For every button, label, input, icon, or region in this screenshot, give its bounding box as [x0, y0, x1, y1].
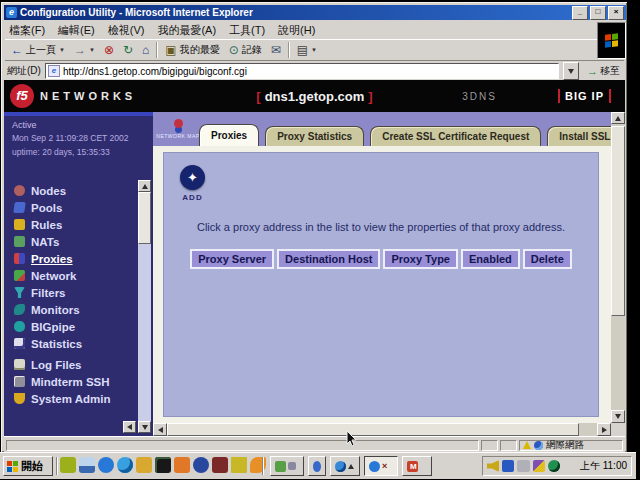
- terminal-icon[interactable]: [155, 457, 171, 473]
- sidebar-item-network[interactable]: Network: [14, 267, 132, 284]
- tab-bar: NETWORK MAP Proxies Proxy Statistics Cre…: [153, 112, 611, 146]
- favorites-label: 我的最愛: [180, 43, 220, 57]
- close-button[interactable]: ×: [608, 6, 624, 20]
- sidebar-item-proxies[interactable]: Proxies: [14, 250, 132, 267]
- product-bigip-label: BIG IP: [558, 89, 611, 103]
- hostname: dns1.getop.com: [261, 89, 369, 104]
- sidebar-item-statistics[interactable]: Statistics: [14, 335, 132, 352]
- quick-launch-icon-10[interactable]: [231, 457, 247, 473]
- tray-icon-5[interactable]: [548, 460, 560, 472]
- mouse-cursor: [346, 430, 358, 448]
- sidebar-item-filters[interactable]: Filters: [14, 284, 132, 301]
- restore-button[interactable]: □: [590, 6, 606, 20]
- column-delete[interactable]: Delete: [523, 249, 572, 269]
- sidebar-scrollbar[interactable]: [138, 180, 151, 426]
- menu-tools[interactable]: 工具(T): [229, 23, 265, 38]
- scrollbar-thumb[interactable]: [611, 126, 625, 316]
- alert-icon: [523, 441, 531, 449]
- address-input[interactable]: e http://dns1.getop.com/bigipgui/bigconf…: [45, 63, 559, 79]
- column-proxy-server[interactable]: Proxy Server: [190, 249, 274, 269]
- scroll-up-button[interactable]: [611, 112, 625, 124]
- quick-launch-icon-7[interactable]: [174, 457, 190, 473]
- content-area: ✦ ADD Click a proxy address in the list …: [153, 146, 611, 423]
- scroll-right-button[interactable]: [597, 423, 611, 436]
- column-enabled[interactable]: Enabled: [461, 249, 520, 269]
- title-bar[interactable]: e Configuration Utility - Microsoft Inte…: [4, 5, 626, 20]
- print-button[interactable]: ▤ ▼: [293, 41, 321, 59]
- stop-button[interactable]: ⊗: [100, 41, 118, 59]
- tab-install-ssl-certificate[interactable]: Install SSL Certificate: [547, 126, 611, 146]
- menu-edit[interactable]: 編輯(E): [58, 23, 95, 38]
- home-button[interactable]: ⌂: [138, 41, 153, 59]
- back-icon: ←: [11, 44, 23, 56]
- tab-create-ssl-certificate-request[interactable]: Create SSL Certificate Request: [370, 126, 541, 146]
- scroll-left-button[interactable]: [153, 423, 167, 436]
- back-dropdown-icon[interactable]: ▼: [59, 47, 65, 53]
- scrollbar-thumb[interactable]: [138, 192, 151, 244]
- sidebar-item-mindterm-ssh[interactable]: Mindterm SSH: [14, 373, 132, 390]
- quick-launch-icon-1[interactable]: [60, 457, 76, 473]
- task-button-ie-active[interactable]: ×: [364, 456, 398, 476]
- forward-dropdown-icon[interactable]: ▼: [89, 47, 95, 53]
- network-map-button[interactable]: NETWORK MAP: [159, 115, 197, 143]
- app-icon: [275, 461, 286, 472]
- menu-view[interactable]: 檢視(V): [108, 23, 145, 38]
- sidebar-item-bigpipe[interactable]: BIGpipe: [14, 318, 132, 335]
- menu-file[interactable]: 檔案(F): [9, 23, 45, 38]
- site-header: f5 NETWORKS [dns1.getop.com] 3DNS BIG IP: [4, 80, 625, 112]
- sidebar-item-pools[interactable]: Pools: [14, 199, 132, 216]
- start-button[interactable]: 開始: [3, 456, 53, 476]
- internet-explorer-icon[interactable]: [117, 457, 133, 473]
- status-panel: [481, 440, 498, 451]
- task-button-3[interactable]: [330, 456, 360, 476]
- task-button-2[interactable]: [308, 456, 326, 476]
- column-destination-host[interactable]: Destination Host: [277, 249, 380, 269]
- internet-zone-icon: [534, 441, 543, 450]
- tray-icon-4[interactable]: [533, 460, 545, 472]
- print-dropdown-icon[interactable]: ▼: [311, 47, 317, 53]
- sidebar-item-nats[interactable]: NATs: [14, 233, 132, 250]
- scroll-down-button[interactable]: [611, 410, 625, 423]
- quick-launch-icon-9[interactable]: [212, 457, 228, 473]
- column-proxy-type[interactable]: Proxy Type: [383, 249, 458, 269]
- show-desktop-icon[interactable]: [79, 457, 95, 473]
- volume-icon[interactable]: [487, 460, 499, 472]
- taskbar: 開始 ×: [0, 452, 636, 479]
- go-button[interactable]: → 移至: [583, 63, 624, 79]
- back-button[interactable]: ← 上一頁 ▼: [7, 41, 69, 59]
- tab-proxies[interactable]: Proxies: [199, 124, 259, 146]
- add-button[interactable]: ✦: [180, 165, 205, 190]
- scroll-up-button[interactable]: [138, 180, 151, 192]
- quick-launch-icon-5[interactable]: [136, 457, 152, 473]
- sidebar-item-nodes[interactable]: Nodes: [14, 182, 132, 199]
- sidebar-item-rules[interactable]: Rules: [14, 216, 132, 233]
- task-button-5[interactable]: M: [402, 456, 432, 476]
- menu-help[interactable]: 說明(H): [278, 23, 315, 38]
- forward-button[interactable]: → ▼: [70, 41, 99, 59]
- status-datetime: Mon Sep 2 11:09:28 CET 2002: [12, 133, 128, 143]
- favorites-button[interactable]: ▣ 我的最愛: [161, 41, 223, 59]
- history-button[interactable]: ⊙ 記錄: [225, 41, 266, 59]
- sidebar-scroll-left-button[interactable]: [123, 421, 136, 433]
- tray-icon-3[interactable]: [517, 460, 530, 472]
- tray-icon-2[interactable]: [502, 460, 514, 472]
- menu-favorites[interactable]: 我的最愛(A): [157, 23, 216, 38]
- toolbar-separator: [288, 42, 290, 58]
- scrollbar-thumb[interactable]: [167, 423, 579, 436]
- quick-launch-icon-3[interactable]: [98, 457, 114, 473]
- quick-launch-icon-8[interactable]: [193, 457, 209, 473]
- sidebar-item-monitors[interactable]: Monitors: [14, 301, 132, 318]
- minimize-button[interactable]: _: [572, 6, 588, 20]
- refresh-button[interactable]: ↻: [119, 41, 137, 59]
- sidebar-item-log-files[interactable]: Log Files: [14, 356, 132, 373]
- main-horizontal-scrollbar[interactable]: [153, 423, 611, 436]
- mail-button[interactable]: ✉: [267, 41, 285, 59]
- system-tray: 上午 11:00: [482, 456, 632, 476]
- task-button-1[interactable]: [270, 456, 304, 476]
- sidebar-scroll-down-button[interactable]: [138, 421, 151, 433]
- address-dropdown-button[interactable]: [563, 62, 579, 80]
- main-vertical-scrollbar[interactable]: [611, 112, 625, 423]
- address-label: 網址(D): [5, 64, 41, 78]
- sidebar-item-system-admin[interactable]: System Admin: [14, 390, 132, 407]
- tab-proxy-statistics[interactable]: Proxy Statistics: [265, 126, 364, 146]
